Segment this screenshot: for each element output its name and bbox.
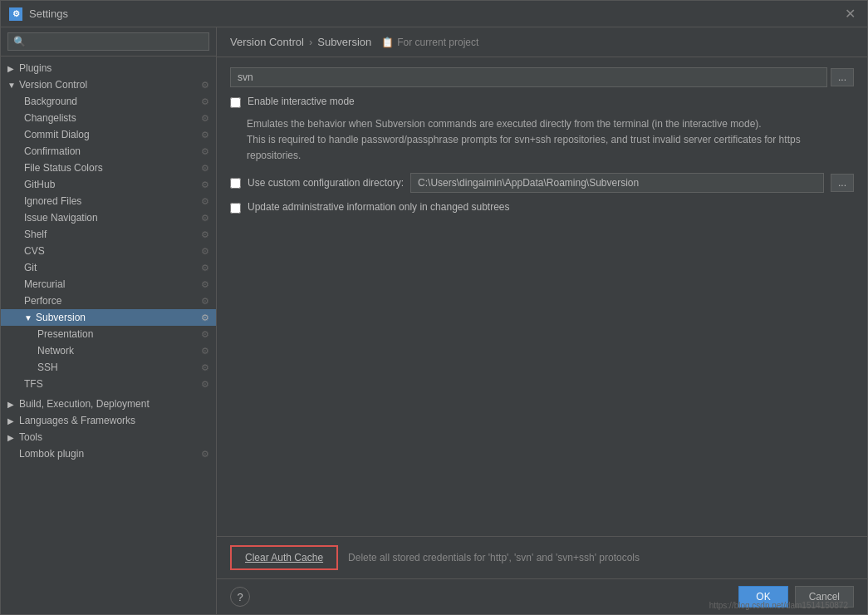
sidebar-item-background[interactable]: Background ⚙ bbox=[1, 93, 216, 110]
sidebar-item-version-control[interactable]: ▼ Version Control ⚙ bbox=[1, 76, 216, 93]
project-icon: 📋 bbox=[381, 37, 394, 48]
close-button[interactable]: ✕ bbox=[841, 6, 859, 22]
clear-cache-button[interactable]: Clear Auth Cache bbox=[230, 545, 338, 570]
breadcrumb-bar: Version Control › Subversion 📋 For curre… bbox=[217, 27, 867, 57]
gear-icon-pres: ⚙ bbox=[201, 329, 209, 340]
subversion-label: Subversion bbox=[36, 312, 86, 323]
sidebar-item-presentation[interactable]: Presentation ⚙ bbox=[1, 326, 216, 342]
enable-interactive-row: Enable interactive mode bbox=[230, 96, 854, 108]
plugins-label: Plugins bbox=[19, 62, 51, 74]
sidebar-item-build-execution[interactable]: ▶ Build, Execution, Deployment bbox=[1, 396, 216, 412]
network-label: Network bbox=[37, 345, 74, 357]
gear-icon-vc: ⚙ bbox=[201, 80, 209, 91]
gear-icon-cd: ⚙ bbox=[201, 130, 209, 140]
sidebar-item-git[interactable]: Git ⚙ bbox=[1, 259, 216, 276]
sidebar-item-subversion[interactable]: ▼ Subversion ⚙ bbox=[1, 309, 216, 326]
gear-icon-svn: ⚙ bbox=[201, 312, 209, 323]
for-project: 📋 For current project bbox=[381, 37, 478, 48]
gear-icon-fsc: ⚙ bbox=[201, 163, 209, 174]
breadcrumb-current: Subversion bbox=[317, 36, 371, 48]
gear-icon-p4: ⚙ bbox=[201, 296, 209, 307]
git-label: Git bbox=[24, 262, 37, 273]
update-admin-row: Update administrative information only i… bbox=[230, 201, 854, 214]
arrow-icon-tools: ▶ bbox=[7, 433, 16, 442]
tree-section: ▶ Plugins ▼ Version Control ⚙ Background… bbox=[1, 57, 216, 465]
dialog-title: Settings bbox=[29, 7, 841, 20]
sidebar-item-languages[interactable]: ▶ Languages & Frameworks bbox=[1, 412, 216, 429]
sidebar-item-confirmation[interactable]: Confirmation ⚙ bbox=[1, 143, 216, 160]
gear-icon-cl: ⚙ bbox=[201, 113, 209, 124]
search-icon: 🔍 bbox=[13, 36, 26, 47]
enable-interactive-checkbox[interactable] bbox=[230, 97, 241, 108]
sidebar-item-shelf[interactable]: Shelf ⚙ bbox=[1, 226, 216, 243]
perforce-label: Perforce bbox=[24, 295, 61, 307]
sidebar-item-perforce[interactable]: Perforce ⚙ bbox=[1, 293, 216, 309]
arrow-icon-vc: ▼ bbox=[7, 81, 16, 90]
sidebar-item-mercurial[interactable]: Mercurial ⚙ bbox=[1, 276, 216, 293]
sidebar-item-network[interactable]: Network ⚙ bbox=[1, 342, 216, 359]
description-block: Emulates the behavior when Subversion co… bbox=[230, 116, 854, 165]
dialog-body: 🔍 ▶ Plugins ▼ Version Control ⚙ Backgrou… bbox=[1, 27, 867, 614]
sidebar-item-tools[interactable]: ▶ Tools bbox=[1, 429, 216, 445]
lombok-label: Lombok plugin bbox=[7, 448, 84, 460]
custom-dir-ellipsis-button[interactable]: ... bbox=[831, 174, 854, 192]
commit-dialog-label: Commit Dialog bbox=[24, 129, 90, 140]
title-bar: ⚙ Settings ✕ bbox=[1, 1, 867, 27]
search-box: 🔍 bbox=[1, 27, 216, 57]
update-admin-checkbox[interactable] bbox=[230, 203, 241, 214]
custom-dir-row: Use custom configuration directory: ... bbox=[230, 173, 854, 193]
gear-icon-if: ⚙ bbox=[201, 196, 209, 207]
svn-path-row: ... bbox=[230, 67, 854, 87]
gear-icon-bg: ⚙ bbox=[201, 96, 209, 107]
gear-icon-conf: ⚙ bbox=[201, 146, 209, 157]
project-label: For current project bbox=[397, 37, 478, 48]
custom-dir-input[interactable] bbox=[410, 173, 824, 193]
issue-navigation-label: Issue Navigation bbox=[24, 212, 98, 224]
sidebar-item-plugins[interactable]: ▶ Plugins bbox=[1, 60, 216, 76]
settings-dialog: ⚙ Settings ✕ 🔍 ▶ Plugins ▼ Version Contr… bbox=[0, 0, 868, 615]
cvs-label: CVS bbox=[24, 245, 45, 257]
sidebar-item-changelists[interactable]: Changelists ⚙ bbox=[1, 110, 216, 126]
sidebar-item-ssh[interactable]: SSH ⚙ bbox=[1, 359, 216, 376]
clear-cache-description: Delete all stored credentials for 'http'… bbox=[348, 552, 640, 563]
desc-line-1: Emulates the behavior when Subversion co… bbox=[247, 116, 854, 132]
arrow-icon: ▶ bbox=[7, 64, 16, 73]
update-admin-label: Update administrative information only i… bbox=[248, 201, 510, 213]
sidebar-item-commit-dialog[interactable]: Commit Dialog ⚙ bbox=[1, 126, 216, 143]
gear-icon-hg: ⚙ bbox=[201, 279, 209, 290]
sidebar-item-cvs[interactable]: CVS ⚙ bbox=[1, 243, 216, 259]
shelf-label: Shelf bbox=[24, 229, 47, 240]
gear-icon-lombok: ⚙ bbox=[201, 449, 209, 460]
sidebar-item-issue-navigation[interactable]: Issue Navigation ⚙ bbox=[1, 209, 216, 226]
sidebar-item-file-status-colors[interactable]: File Status Colors ⚙ bbox=[1, 160, 216, 176]
svn-path-input[interactable] bbox=[230, 67, 827, 87]
gear-icon-net: ⚙ bbox=[201, 346, 209, 357]
main-content: Version Control › Subversion 📋 For curre… bbox=[217, 27, 867, 614]
arrow-icon-svn: ▼ bbox=[24, 313, 32, 322]
version-control-label: Version Control bbox=[19, 79, 87, 91]
use-custom-dir-checkbox[interactable] bbox=[230, 178, 241, 189]
arrow-icon-lang: ▶ bbox=[7, 416, 16, 426]
help-button[interactable]: ? bbox=[230, 587, 250, 607]
sidebar-item-ignored-files[interactable]: Ignored Files ⚙ bbox=[1, 193, 216, 209]
search-input[interactable] bbox=[26, 36, 204, 47]
gear-icon-tfs: ⚙ bbox=[201, 379, 209, 390]
sidebar-item-lombok[interactable]: Lombok plugin ⚙ bbox=[1, 445, 216, 462]
background-label: Background bbox=[24, 96, 77, 107]
arrow-icon-bex: ▶ bbox=[7, 400, 16, 409]
gear-icon-ssh: ⚙ bbox=[201, 362, 209, 373]
search-wrapper[interactable]: 🔍 bbox=[7, 32, 209, 51]
desc-line-2: This is required to handle password/pass… bbox=[247, 132, 854, 164]
sidebar-item-github[interactable]: GitHub ⚙ bbox=[1, 176, 216, 193]
sidebar: 🔍 ▶ Plugins ▼ Version Control ⚙ Backgrou… bbox=[1, 27, 217, 614]
languages-label: Languages & Frameworks bbox=[19, 415, 135, 426]
github-label: GitHub bbox=[24, 179, 55, 190]
use-custom-dir-label: Use custom configuration directory: bbox=[248, 177, 404, 189]
dialog-footer: ? https://blog.csdn.net/dam1514150872 OK… bbox=[217, 578, 867, 614]
sidebar-item-tfs[interactable]: TFS ⚙ bbox=[1, 376, 216, 392]
tools-label: Tools bbox=[19, 431, 42, 443]
svn-ellipsis-button[interactable]: ... bbox=[831, 68, 854, 86]
build-execution-label: Build, Execution, Deployment bbox=[19, 398, 150, 410]
enable-interactive-label: Enable interactive mode bbox=[248, 96, 355, 107]
gear-icon-cvs: ⚙ bbox=[201, 246, 209, 257]
